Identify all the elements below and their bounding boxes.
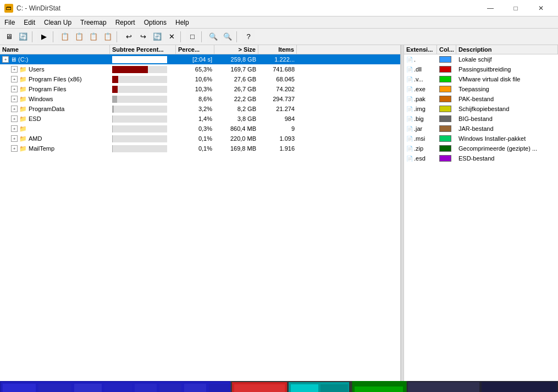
ext-label: .img — [414, 106, 426, 112]
ext-row[interactable]: 📄 .msi Windows Installer-pakket — [404, 134, 558, 143]
menu-edit[interactable]: Edit — [19, 18, 40, 27]
col-header-name[interactable]: Name — [0, 45, 110, 54]
close-button[interactable]: ✕ — [528, 0, 554, 16]
menu-options[interactable]: Options — [140, 18, 171, 27]
toolbar-refresh2-btn[interactable]: 🔄 — [151, 30, 164, 43]
tree-cell-items: 68.045 — [258, 75, 297, 83]
tree-row[interactable]: + 📁 MailTemp 0,1% 169,8 MB 1.916 — [0, 143, 400, 153]
ext-cell-ext: 📄 .big — [404, 115, 437, 123]
expand-button[interactable]: + — [11, 66, 18, 73]
ext-row[interactable]: 📄 .esd ESD-bestand — [404, 153, 558, 163]
color-swatch — [439, 96, 451, 102]
ext-label: . — [414, 56, 416, 63]
tree-row[interactable]: + 📁 ProgramData 3,2% 8,2 GB 21.274 — [0, 104, 400, 114]
menu-file[interactable]: File — [0, 18, 19, 27]
expand-button[interactable]: + — [11, 96, 18, 102]
filetree-body[interactable]: + 🖥 (C:) [2:04 s] 259,8 GB 1.222... + 📁 … — [0, 54, 400, 381]
toolbar-cancel-btn[interactable]: ✕ — [165, 30, 178, 43]
toolbar-redo-btn[interactable]: ↪ — [136, 30, 150, 43]
toolbar-copy2-btn[interactable]: 📋 — [73, 30, 86, 43]
expand-button[interactable]: + — [11, 125, 18, 132]
tree-cell-name: + 📁 ProgramData — [0, 105, 110, 113]
ext-label: .big — [414, 115, 424, 122]
ext-label: .jar — [414, 125, 422, 132]
ext-cell-color — [437, 145, 456, 152]
tree-row[interactable]: + 📁 AMD 0,1% 220,0 MB 1.093 — [0, 134, 400, 143]
toolbar-undo-btn[interactable]: ↩ — [122, 30, 135, 43]
toolbar-copy4-btn[interactable]: 📋 — [101, 30, 114, 43]
tree-cell-perce: 0,1% — [176, 135, 214, 142]
toolbar-play-btn[interactable]: ▶ — [37, 30, 51, 43]
ext-col-ext[interactable]: Extensi... — [404, 45, 437, 54]
ext-row[interactable]: 📄 .zip Gecomprimeerde (gezipte) ... — [404, 143, 558, 153]
ext-cell-color — [437, 105, 456, 113]
tree-row[interactable]: + 📁 Program Files 10,3% 26,7 GB 74.202 — [0, 84, 400, 94]
ext-cell-desc: Windows Installer-pakket — [456, 135, 558, 142]
tree-cell-items: 1.093 — [258, 135, 297, 142]
col-header-subtree[interactable]: Subtree Percent... — [110, 45, 176, 54]
ext-row[interactable]: 📄 . Lokale schijf — [404, 54, 558, 64]
expand-button[interactable]: + — [11, 106, 18, 112]
progress-bar-container — [112, 135, 167, 142]
ext-body[interactable]: 📄 . Lokale schijf 📄 .dll Passingsuitbrei… — [404, 54, 558, 381]
svg-rect-2 — [3, 384, 36, 392]
ext-row[interactable]: 📄 .exe Toepassing — [404, 84, 558, 94]
col-header-size[interactable]: > Size — [214, 45, 258, 54]
tree-row[interactable]: + 📁 Windows 8,6% 22,2 GB 294.737 — [0, 94, 400, 104]
toolbar-copy-btn[interactable]: 📋 — [58, 30, 71, 43]
tree-cell-subtree — [110, 124, 176, 134]
menu-treemap[interactable]: Treemap — [76, 18, 111, 27]
ext-cell-ext: 📄 .zip — [404, 145, 437, 152]
expand-button[interactable]: + — [11, 145, 18, 152]
toolbar-refresh-btn[interactable]: 🔄 — [16, 30, 30, 43]
tree-cell-name: + 🖥 (C:) — [0, 56, 110, 63]
expand-button[interactable]: + — [2, 56, 9, 63]
titlebar: 🗃 C: - WinDirStat — □ ✕ — [0, 0, 558, 16]
toolbar-zoom-out-btn[interactable]: 🔍 — [221, 30, 234, 43]
expand-button[interactable]: + — [11, 115, 18, 122]
menu-report[interactable]: Report — [111, 18, 140, 27]
ext-row[interactable]: 📄 .jar JAR-bestand — [404, 124, 558, 134]
tree-cell-size: 22,2 GB — [214, 95, 258, 103]
color-swatch — [439, 76, 451, 82]
tree-row[interactable]: + 📁 Program Files (x86) 10,6% 27,6 GB 68… — [0, 74, 400, 84]
svg-rect-24 — [321, 384, 348, 392]
svg-rect-8 — [184, 384, 206, 392]
svg-rect-19 — [234, 384, 285, 392]
col-header-perce[interactable]: Perce... — [176, 45, 214, 54]
tree-row[interactable]: + 📁 ESD 1,4% 3,8 GB 984 — [0, 114, 400, 124]
expand-button[interactable]: + — [11, 86, 18, 92]
treemap-visualization[interactable] — [0, 381, 558, 392]
tree-row[interactable]: + 🖥 (C:) [2:04 s] 259,8 GB 1.222... — [0, 54, 400, 64]
tree-cell-subtree — [110, 94, 176, 104]
ext-row[interactable]: 📄 .big BIG-bestand — [404, 114, 558, 124]
tree-cell-size: 220,0 MB — [214, 135, 258, 142]
menu-cleanup[interactable]: Clean Up — [40, 18, 76, 27]
color-swatch — [439, 56, 451, 63]
folder-icon: 📁 — [19, 86, 27, 93]
tree-cell-items: 294.737 — [258, 95, 297, 103]
col-header-items[interactable]: Items — [258, 45, 297, 54]
ext-row[interactable]: 📄 .pak PAK-bestand — [404, 94, 558, 104]
toolbar-copy3-btn[interactable]: 📋 — [87, 30, 100, 43]
expand-button[interactable]: + — [11, 76, 18, 82]
tree-cell-perce: 0,1% — [176, 145, 214, 152]
ext-row[interactable]: 📄 .v... VMware virtual disk file — [404, 74, 558, 84]
toolbar-zoom-in-btn[interactable]: 🔍 — [207, 30, 220, 43]
toolbar-sep-2 — [53, 31, 56, 42]
tree-row[interactable]: + 📁 0,3% 860,4 MB 9 — [0, 124, 400, 134]
ext-col-desc[interactable]: Description — [456, 45, 558, 54]
ext-col-color[interactable]: Col... — [437, 45, 456, 54]
toolbar-help-btn[interactable]: ? — [242, 30, 255, 43]
tree-cell-name: + 📁 MailTemp — [0, 145, 110, 153]
maximize-button[interactable]: □ — [503, 0, 528, 16]
toolbar-square-btn[interactable]: □ — [186, 30, 199, 43]
toolbar-drive-btn[interactable]: 🖥 — [2, 30, 15, 43]
ext-row[interactable]: 📄 .img Schijfkopiebestand — [404, 104, 558, 114]
ext-cell-desc: Lokale schijf — [456, 56, 558, 63]
ext-row[interactable]: 📄 .dll Passingsuitbreiding — [404, 64, 558, 74]
menu-help[interactable]: Help — [171, 18, 194, 27]
tree-row[interactable]: + 📁 Users 65,3% 169,7 GB 741.688 — [0, 64, 400, 74]
expand-button[interactable]: + — [11, 135, 18, 142]
minimize-button[interactable]: — — [478, 0, 503, 16]
